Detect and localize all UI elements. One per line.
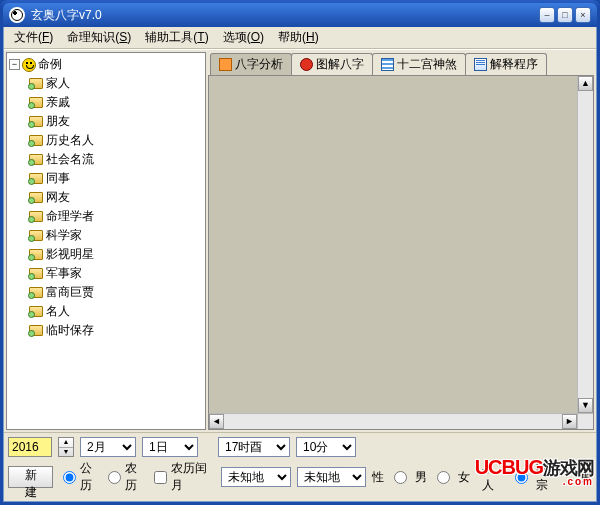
- tree-item-label: 临时保存: [46, 322, 94, 339]
- extra-radio[interactable]: [515, 471, 528, 484]
- tree-item-label: 命理学者: [46, 208, 94, 225]
- tree-item-label: 网友: [46, 189, 70, 206]
- red-icon: [300, 58, 313, 71]
- new-button[interactable]: 新建: [8, 466, 53, 488]
- tree-item[interactable]: 朋友: [29, 112, 203, 131]
- calendar-radio-group: 公历 农历 农历闰月: [59, 460, 215, 494]
- window-controls: – □ ×: [539, 7, 591, 23]
- smiley-icon: [22, 58, 36, 72]
- scroll-down-icon[interactable]: ▼: [578, 398, 593, 413]
- scroll-left-icon[interactable]: ◄: [209, 414, 224, 429]
- grid-icon: [381, 58, 394, 71]
- folder-icon: [29, 306, 43, 317]
- tree-item[interactable]: 同事: [29, 169, 203, 188]
- main-panel: 八字分析图解八字十二宫神煞解释程序 ▲ ▼ ◄ ►: [208, 52, 594, 430]
- tree-item-label: 家人: [46, 75, 70, 92]
- tree-item-label: 同事: [46, 170, 70, 187]
- doc-icon: [474, 58, 487, 71]
- tree-item[interactable]: 亲戚: [29, 93, 203, 112]
- collapse-icon[interactable]: −: [9, 59, 20, 70]
- folder-icon: [29, 173, 43, 184]
- menu-s[interactable]: 命理知识(S): [61, 27, 137, 48]
- tab-label: 十二宫神煞: [397, 56, 457, 73]
- scroll-right-icon[interactable]: ►: [562, 414, 577, 429]
- tab-解释程序[interactable]: 解释程序: [465, 53, 547, 75]
- horizontal-scrollbar[interactable]: ◄ ►: [209, 413, 577, 429]
- tree-item-label: 军事家: [46, 265, 82, 282]
- hour-select[interactable]: 17时酉: [218, 437, 290, 457]
- folder-icon: [29, 116, 43, 127]
- tree-item[interactable]: 临时保存: [29, 321, 203, 340]
- tree-root-label: 命例: [38, 56, 62, 73]
- folder-icon: [29, 97, 43, 108]
- minimize-button[interactable]: –: [539, 7, 555, 23]
- month-select[interactable]: 2月: [80, 437, 136, 457]
- tree-panel[interactable]: − 命例 家人亲戚朋友历史名人社会名流同事网友命理学者科学家影视明星军事家富商巨…: [6, 52, 206, 430]
- tab-八字分析[interactable]: 八字分析: [210, 53, 292, 75]
- tree-item-label: 科学家: [46, 227, 82, 244]
- more-label[interactable]: 更: [580, 469, 592, 486]
- tree-item-label: 亲戚: [46, 94, 70, 111]
- place1-select[interactable]: 未知地: [221, 467, 290, 487]
- year-stepper[interactable]: ▲▼: [58, 437, 74, 457]
- titlebar[interactable]: 玄奥八字v7.0 – □ ×: [3, 3, 597, 27]
- tree-item[interactable]: 影视明星: [29, 245, 203, 264]
- folder-icon: [29, 230, 43, 241]
- folder-icon: [29, 192, 43, 203]
- lunar-label: 农历: [125, 460, 147, 494]
- solar-radio[interactable]: [63, 471, 76, 484]
- tree-item[interactable]: 命理学者: [29, 207, 203, 226]
- tree-children: 家人亲戚朋友历史名人社会名流同事网友命理学者科学家影视明星军事家富商巨贾名人临时…: [9, 74, 203, 340]
- folder-icon: [29, 135, 43, 146]
- tree-item[interactable]: 社会名流: [29, 150, 203, 169]
- day-select[interactable]: 1日: [142, 437, 198, 457]
- app-icon: [9, 7, 25, 23]
- tab-十二宫神煞[interactable]: 十二宫神煞: [372, 53, 466, 75]
- menu-f[interactable]: 文件(F): [8, 27, 59, 48]
- tree-item[interactable]: 名人: [29, 302, 203, 321]
- leap-checkbox[interactable]: [154, 471, 167, 484]
- solar-label: 公历: [80, 460, 102, 494]
- tree-item[interactable]: 家人: [29, 74, 203, 93]
- male-radio[interactable]: [394, 471, 407, 484]
- scroll-up-icon[interactable]: ▲: [578, 76, 593, 91]
- lunar-radio[interactable]: [108, 471, 121, 484]
- tree-item[interactable]: 科学家: [29, 226, 203, 245]
- menubar: 文件(F)命理知识(S)辅助工具(T)选项(O)帮助(H): [4, 27, 596, 49]
- vertical-scrollbar[interactable]: ▲ ▼: [577, 76, 593, 413]
- content-area: − 命例 家人亲戚朋友历史名人社会名流同事网友命理学者科学家影视明星军事家富商巨…: [4, 49, 596, 432]
- extra-label-1: 早人: [482, 460, 505, 494]
- scroll-corner: [577, 413, 593, 429]
- tab-图解八字[interactable]: 图解八字: [291, 53, 373, 75]
- content-canvas: ▲ ▼ ◄ ►: [208, 76, 594, 430]
- extra-label-2: 晚见.宗: [536, 460, 574, 494]
- maximize-button[interactable]: □: [557, 7, 573, 23]
- tree-item-label: 影视明星: [46, 246, 94, 263]
- app-body: 文件(F)命理知识(S)辅助工具(T)选项(O)帮助(H) − 命例 家人亲戚朋…: [3, 27, 597, 502]
- window-frame: 玄奥八字v7.0 – □ × 文件(F)命理知识(S)辅助工具(T)选项(O)帮…: [0, 0, 600, 505]
- male-label: 男: [415, 469, 427, 486]
- menu-h[interactable]: 帮助(H): [272, 27, 325, 48]
- tree-item[interactable]: 历史名人: [29, 131, 203, 150]
- tree-item[interactable]: 富商巨贾: [29, 283, 203, 302]
- menu-o[interactable]: 选项(O): [217, 27, 270, 48]
- year-input[interactable]: [8, 437, 52, 457]
- folder-icon: [29, 154, 43, 165]
- menu-t[interactable]: 辅助工具(T): [139, 27, 214, 48]
- gender-label: 性: [372, 469, 384, 486]
- place2-select[interactable]: 未知地: [297, 467, 366, 487]
- tree-item[interactable]: 军事家: [29, 264, 203, 283]
- tab-strip: 八字分析图解八字十二宫神煞解释程序: [208, 52, 594, 76]
- orange-icon: [219, 58, 232, 71]
- tab-label: 图解八字: [316, 56, 364, 73]
- folder-icon: [29, 78, 43, 89]
- tree-root[interactable]: − 命例: [9, 55, 203, 74]
- folder-icon: [29, 211, 43, 222]
- tree-item-label: 名人: [46, 303, 70, 320]
- female-label: 女: [458, 469, 470, 486]
- tab-label: 解释程序: [490, 56, 538, 73]
- close-button[interactable]: ×: [575, 7, 591, 23]
- female-radio[interactable]: [437, 471, 450, 484]
- minute-select[interactable]: 10分: [296, 437, 356, 457]
- tree-item[interactable]: 网友: [29, 188, 203, 207]
